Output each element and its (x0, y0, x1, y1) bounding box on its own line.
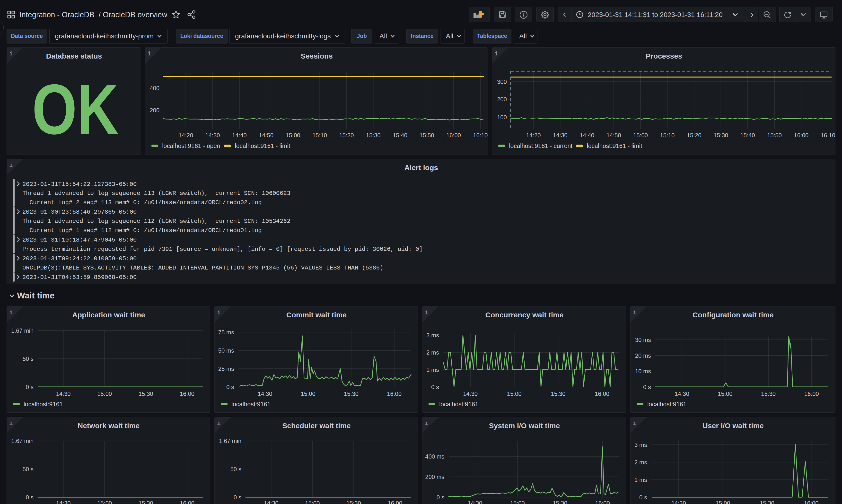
svg-text:15:00: 15:00 (301, 391, 315, 397)
svg-text:15:40: 15:40 (393, 132, 407, 139)
svg-text:16:00: 16:00 (804, 500, 819, 504)
svg-text:System I/O wait time: System I/O wait time (489, 421, 560, 430)
svg-text:14:20: 14:20 (178, 132, 193, 139)
svg-text:15:00: 15:00 (305, 500, 320, 504)
svg-text:1 ms: 1 ms (426, 366, 439, 373)
svg-text:30 ms: 30 ms (635, 337, 651, 343)
svg-text:ORCLPDB(3):TABLE SYS.ACTIVITY_: ORCLPDB(3):TABLE SYS.ACTIVITY_TABLE$: AD… (22, 265, 383, 271)
svg-text:2023-01-31T10:18:47.479045-05:: 2023-01-31T10:18:47.479045-05:00 (22, 237, 137, 243)
svg-text:16:00: 16:00 (388, 500, 402, 504)
svg-text:15:00: 15:00 (286, 132, 300, 139)
svg-text:15:10: 15:10 (660, 132, 675, 139)
svg-text:15:50: 15:50 (767, 132, 782, 139)
svg-text:16:00: 16:00 (804, 391, 819, 397)
svg-text:14:30: 14:30 (205, 132, 220, 139)
svg-text:14:30: 14:30 (56, 391, 71, 397)
svg-text:14:20: 14:20 (526, 132, 541, 139)
svg-text:15:20: 15:20 (339, 132, 354, 139)
svg-text:14:30: 14:30 (468, 500, 482, 504)
svg-text:15:30: 15:30 (714, 132, 728, 139)
svg-text:Scheduler wait time: Scheduler wait time (282, 421, 351, 430)
svg-text:i: i (9, 309, 13, 316)
svg-text:localhost:9161: localhost:9161 (647, 401, 686, 408)
svg-text:15:00: 15:00 (510, 500, 525, 504)
svg-text:50 ms: 50 ms (218, 347, 234, 354)
svg-text:0 s: 0 s (436, 494, 444, 501)
svg-text:10 ms: 10 ms (635, 368, 651, 375)
svg-text:100: 100 (497, 114, 507, 121)
svg-text:16:00: 16:00 (595, 391, 609, 397)
svg-text:i: i (425, 309, 428, 316)
svg-text:localhost:9161: localhost:9161 (23, 401, 63, 408)
svg-text:i: i (9, 51, 13, 57)
svg-text:20 ms: 20 ms (635, 353, 651, 359)
svg-text:i: i (425, 420, 428, 427)
svg-text:localhost:9161 - current: localhost:9161 - current (509, 142, 572, 149)
svg-text:15:00: 15:00 (633, 132, 648, 139)
svg-text:14:30: 14:30 (675, 391, 689, 397)
svg-text:User I/O wait time: User I/O wait time (702, 421, 764, 430)
svg-text:400 ms: 400 ms (425, 453, 444, 460)
svg-text:15:00: 15:00 (97, 391, 112, 397)
svg-text:14:30: 14:30 (671, 500, 686, 504)
svg-text:14:30: 14:30 (463, 391, 478, 397)
svg-text:localhost:9161 - limit: localhost:9161 - limit (235, 142, 290, 149)
svg-text:75 ms: 75 ms (218, 329, 234, 336)
svg-text:15:00: 15:00 (716, 500, 730, 504)
svg-text:Sessions: Sessions (301, 52, 333, 60)
svg-text:Alert logs: Alert logs (405, 164, 438, 172)
svg-text:16:10: 16:10 (473, 132, 488, 139)
svg-text:15:40: 15:40 (740, 132, 755, 139)
svg-text:15:30: 15:30 (139, 391, 153, 397)
svg-text:50 s: 50 s (230, 466, 241, 472)
svg-text:i: i (633, 420, 637, 427)
svg-text:3 ms: 3 ms (634, 442, 647, 448)
svg-text:200: 200 (497, 96, 507, 103)
svg-text:14:50: 14:50 (259, 132, 273, 139)
svg-text:3 ms: 3 ms (426, 332, 439, 339)
svg-text:1 ms: 1 ms (634, 476, 647, 483)
svg-text:15:30: 15:30 (139, 500, 153, 504)
svg-text:Concurrency wait time: Concurrency wait time (485, 311, 564, 319)
svg-text:localhost:9161 - limit: localhost:9161 - limit (587, 142, 642, 149)
svg-text:2023-01-30T23:58:46.297865-05:: 2023-01-30T23:58:46.297865-05:00 (22, 209, 137, 215)
svg-text:14:30: 14:30 (258, 391, 272, 397)
svg-text:2023-01-31T15:54:22.127383-05:: 2023-01-31T15:54:22.127383-05:00 (22, 181, 137, 187)
svg-text:localhost:9161 - open: localhost:9161 - open (162, 142, 220, 149)
svg-text:200 ms: 200 ms (425, 474, 444, 480)
svg-text:14:30: 14:30 (56, 500, 71, 504)
svg-text:16:00: 16:00 (794, 132, 808, 139)
svg-text:15:30: 15:30 (551, 391, 566, 397)
svg-text:50 s: 50 s (23, 466, 34, 472)
svg-text:0 s: 0 s (639, 494, 647, 501)
svg-text:Database status: Database status (46, 52, 102, 60)
svg-text:Network wait time: Network wait time (77, 421, 140, 430)
svg-text:i: i (495, 51, 498, 57)
svg-text:i: i (9, 162, 13, 169)
svg-text:i: i (633, 309, 637, 316)
svg-text:300: 300 (497, 78, 507, 85)
svg-text:Current log# 1 seq# 112 mem# 0: Current log# 1 seq# 112 mem# 0: /u01/bas… (22, 227, 262, 234)
svg-text:2023-01-31T09:24:22.010059-05:: 2023-01-31T09:24:22.010059-05:00 (22, 255, 137, 262)
svg-text:50 s: 50 s (23, 356, 34, 362)
svg-text:Current log# 2 seq# 113 mem# 0: Current log# 2 seq# 113 mem# 0: /u01/bas… (22, 199, 262, 206)
svg-text:Configuration wait time: Configuration wait time (693, 311, 773, 319)
svg-text:15:30: 15:30 (761, 391, 776, 397)
svg-text:i: i (148, 51, 151, 57)
svg-text:14:50: 14:50 (607, 132, 621, 139)
svg-text:1.67 min: 1.67 min (11, 327, 34, 334)
svg-text:15:00: 15:00 (507, 391, 522, 397)
svg-text:15:00: 15:00 (718, 391, 732, 397)
svg-text:16:10: 16:10 (821, 132, 835, 139)
svg-text:15:00: 15:00 (97, 500, 112, 504)
svg-text:1.67 min: 1.67 min (11, 438, 34, 444)
svg-text:15:30: 15:30 (344, 391, 359, 397)
svg-text:400: 400 (150, 85, 159, 91)
svg-text:Commit wait time: Commit wait time (286, 311, 347, 319)
svg-text:i: i (9, 420, 13, 427)
svg-text:0 s: 0 s (226, 384, 234, 390)
svg-text:2023-01-31T04:53:59.859068-05:: 2023-01-31T04:53:59.859068-05:00 (22, 274, 137, 281)
svg-text:localhost:9161: localhost:9161 (439, 401, 478, 408)
svg-text:15:30: 15:30 (346, 500, 361, 504)
svg-text:16:00: 16:00 (387, 391, 401, 397)
